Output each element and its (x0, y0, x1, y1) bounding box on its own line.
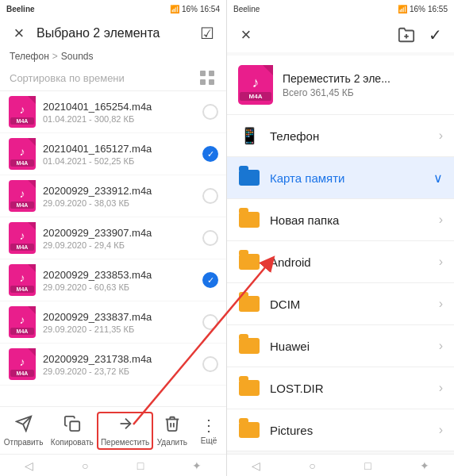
file-info-0: 20210401_165254.m4a 01.04.2021 - 300,82 … (43, 101, 202, 124)
folder-item[interactable]: LOST.DIR › (227, 367, 454, 409)
status-icons-left: 📶 16% 16:54 (170, 5, 220, 13)
file-meta-4: 29.09.2020 - 60,63 КБ (43, 282, 202, 292)
folder-item[interactable]: Android › (227, 241, 454, 283)
music-note-2: ♪ (20, 187, 25, 200)
delete-button[interactable]: Удалить (153, 412, 191, 450)
recent-nav-icon[interactable]: □ (137, 459, 144, 472)
file-checkbox-1[interactable] (202, 146, 218, 162)
file-item[interactable]: ♪ M4A 20200929_233853.m4a 29.09.2020 - 6… (0, 259, 226, 301)
file-checkbox-0[interactable] (202, 104, 218, 120)
file-checkbox-4[interactable] (202, 272, 218, 288)
breadcrumb: Телефон > Sounds (0, 49, 226, 65)
folder-item[interactable]: DCIM › (227, 283, 454, 325)
file-item[interactable]: ♪ M4A 20200929_231738.m4a 29.09.2020 - 2… (0, 344, 226, 386)
folder-icon-4 (239, 296, 260, 312)
delete-label: Удалить (157, 438, 187, 447)
time-left: 16:54 (200, 5, 220, 13)
file-item[interactable]: ♪ M4A 20210401_165254.m4a 01.04.2021 - 3… (0, 91, 226, 133)
sort-bar: Сортировка по времени (0, 65, 226, 91)
file-icon-6: ♪ M4A (8, 348, 37, 380)
more-button[interactable]: ⋮ Ещё (191, 413, 226, 448)
file-type-label-3: M4A (10, 244, 34, 251)
recent-nav-icon-right[interactable]: □ (364, 459, 371, 472)
send-label: Отправить (4, 438, 44, 447)
folder-item[interactable]: 📱 Телефон › (227, 115, 454, 157)
move-button[interactable]: Переместить (97, 412, 152, 450)
folder-icon-5 (239, 338, 260, 354)
file-checkbox-3[interactable] (202, 230, 218, 246)
add-folder-button[interactable] (395, 24, 417, 46)
file-icon-shape-1: ♪ M4A (9, 138, 36, 170)
breadcrumb-separator: > (52, 51, 58, 62)
back-nav-icon[interactable]: ◁ (25, 459, 33, 472)
move-label: Переместить (101, 438, 149, 447)
file-icon-shape-3: ♪ M4A (9, 222, 36, 254)
back-nav-icon-right[interactable]: ◁ (252, 459, 260, 472)
file-icon-5: ♪ M4A (8, 306, 37, 338)
folder-item-name-7: Pictures (270, 424, 439, 437)
file-name-5: 20200929_233837.m4a (43, 311, 202, 323)
nav-bar-left: ◁ ○ □ ✦ (0, 454, 226, 476)
accessibility-nav-icon[interactable]: ✦ (192, 459, 202, 472)
file-icon-1: ♪ M4A (8, 138, 37, 170)
folder-item[interactable]: Карта памяти ∨ (227, 157, 454, 199)
file-meta-2: 29.09.2020 - 38,03 КБ (43, 198, 202, 208)
file-item[interactable]: ♪ M4A 20200929_233912.m4a 29.09.2020 - 3… (0, 175, 226, 217)
file-item[interactable]: ♪ M4A 20210401_165127.m4a 01.04.2021 - 5… (0, 133, 226, 175)
file-type-label-0: M4A (10, 117, 34, 125)
folder-item[interactable]: Pictures › (227, 409, 454, 451)
grid-view-toggle[interactable] (198, 68, 217, 87)
file-checkbox-6[interactable] (202, 356, 218, 372)
file-type-label-6: M4A (10, 370, 34, 377)
folder-chevron-7: › (439, 423, 443, 437)
copy-label: Копировать (51, 438, 94, 447)
file-name-6: 20200929_231738.m4a (43, 353, 202, 365)
folder-item[interactable]: Huawei › (227, 325, 454, 367)
folder-chevron-0: › (439, 129, 443, 143)
folder-item[interactable]: Новая папка › (227, 199, 454, 241)
svg-rect-3 (209, 71, 214, 76)
file-type-label-4: M4A (10, 286, 34, 293)
home-nav-icon[interactable]: ○ (82, 459, 88, 472)
time-right: 16:55 (428, 5, 448, 13)
folder-item-name-6: LOST.DIR (270, 382, 439, 395)
battery-right: 16% (410, 5, 425, 13)
breadcrumb-current: Sounds (61, 51, 94, 62)
folder-chevron-3: › (439, 255, 443, 269)
file-checkbox-5[interactable] (202, 314, 218, 330)
file-icon-3: ♪ M4A (8, 222, 37, 254)
file-item[interactable]: ♪ M4A 20200929_233837.m4a 29.09.2020 - 2… (0, 301, 226, 344)
close-button-left[interactable]: × (8, 22, 30, 44)
send-button[interactable]: Отправить (0, 412, 47, 450)
copy-button[interactable]: Копировать (47, 412, 97, 450)
file-icon-shape-4: ♪ M4A (9, 264, 36, 296)
folder-list: 📱 Телефон › Карта памяти ∨ Новая папка ›… (227, 115, 454, 454)
close-button-right[interactable]: × (235, 24, 257, 46)
file-type-label-5: M4A (10, 328, 34, 335)
file-list: ♪ M4A 20210401_165254.m4a 01.04.2021 - 3… (0, 91, 226, 406)
more-label: Ещё (201, 436, 217, 445)
file-icon-4: ♪ M4A (8, 264, 37, 296)
file-checkbox-2[interactable] (202, 188, 218, 204)
top-bar-right: × ✓ (227, 17, 454, 52)
folder-item-icon-0: 📱 (238, 125, 260, 147)
check-all-button[interactable]: ☑ (196, 22, 218, 44)
folder-item-name-5: Huawei (270, 340, 439, 353)
carrier-left: Beeline (6, 5, 35, 13)
svg-rect-6 (70, 421, 79, 431)
home-nav-icon-right[interactable]: ○ (309, 459, 315, 472)
folder-item-name-4: DCIM (270, 298, 439, 311)
folder-item-icon-7 (238, 419, 260, 441)
battery-left: 16% (182, 5, 198, 13)
selected-file-icon: ♪ M4A (238, 65, 273, 105)
phone-icon: 📱 (240, 126, 260, 145)
svg-rect-2 (200, 71, 206, 76)
check-all-icon: ☑ (200, 24, 214, 43)
music-note-0: ♪ (20, 103, 25, 116)
svg-rect-5 (209, 79, 214, 85)
confirm-button[interactable]: ✓ (424, 24, 446, 46)
file-type-label-selected: M4A (240, 92, 271, 101)
file-icon-shape-2: ♪ M4A (9, 180, 36, 212)
accessibility-nav-icon-right[interactable]: ✦ (420, 459, 429, 472)
file-item[interactable]: ♪ M4A 20200929_233907.m4a 29.09.2020 - 2… (0, 217, 226, 259)
